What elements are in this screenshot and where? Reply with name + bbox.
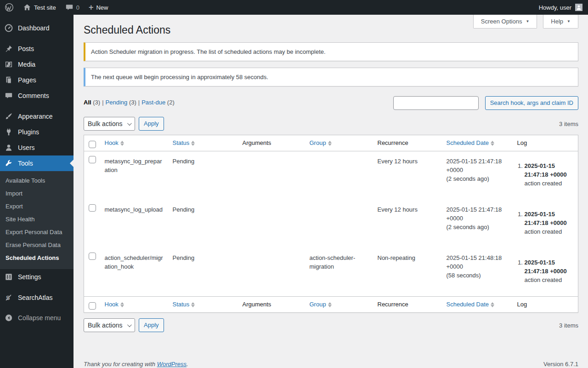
users-icon (4, 143, 13, 152)
column-header-arguments: Arguments (243, 301, 271, 308)
filter-past-due-label[interactable]: Past-due (141, 99, 165, 106)
submenu-item-available-tools[interactable]: Available Tools (0, 174, 74, 187)
sidebar-item-label: Media (18, 60, 35, 69)
select-all-checkbox[interactable] (89, 141, 96, 148)
bulk-actions-selected-value: Bulk actions (88, 120, 122, 127)
sidebar-item-settings[interactable]: Settings (0, 269, 74, 285)
apply-button[interactable]: Apply (139, 318, 164, 332)
sidebar-item-pages[interactable]: Pages (0, 72, 74, 88)
column-label: Hook (105, 300, 119, 309)
screen-options-label: Screen Options (481, 18, 522, 25)
footer-version: Version 6.7.1 (543, 361, 578, 368)
sidebar-item-plugins[interactable]: Plugins (0, 124, 74, 140)
cell-status: Pending (168, 151, 238, 200)
row-checkbox[interactable] (89, 204, 96, 212)
filter-past-due[interactable]: Past-due (2) (141, 99, 175, 106)
notice-text: The next queue will begin processing in … (91, 74, 572, 80)
tools-icon (4, 159, 13, 168)
sort-icon (491, 302, 494, 307)
items-count: 3 items (559, 322, 578, 329)
table-header-row: Hook Status Arguments Group Recurrence S… (84, 135, 578, 151)
footer-thanks-text: Thank you for creating with (84, 361, 157, 368)
log-entry: 2025-01-15 21:47:18 +0000action created (525, 161, 574, 188)
table-row: action_scheduler/migration_hook Pending … (84, 248, 578, 297)
cell-scheduled-date: 2025-01-15 21:48:18 +0000(58 seconds) (442, 248, 513, 297)
screen-options-button[interactable]: Screen Options ▼ (473, 15, 537, 29)
sidebar-item-appearance[interactable]: Appearance (0, 109, 74, 124)
column-header-scheduled-date[interactable]: Scheduled Date (447, 300, 495, 309)
comments-icon (4, 91, 13, 100)
submenu-item-export-personal-data[interactable]: Export Personal Data (0, 226, 74, 239)
column-header-group[interactable]: Group (310, 139, 332, 147)
sidebar-item-users[interactable]: Users (0, 140, 74, 155)
new-content-menu[interactable]: + New (84, 0, 113, 15)
submenu-item-scheduled-actions[interactable]: Scheduled Actions (0, 252, 74, 264)
sort-icon (191, 141, 195, 146)
row-checkbox[interactable] (89, 156, 96, 163)
log-text: action created (525, 276, 562, 283)
column-header-status[interactable]: Status (173, 300, 195, 309)
table-footer-row: Hook Status Arguments Group Recurrence S… (84, 297, 578, 313)
cell-status: Pending (168, 248, 238, 297)
bulk-actions-select[interactable]: Bulk actions (84, 117, 135, 131)
avatar (575, 4, 582, 11)
submenu-item-import[interactable]: Import (0, 187, 74, 200)
scheduled-actions-table: Hook Status Arguments Group Recurrence S… (84, 135, 578, 313)
sidebar-item-media[interactable]: Media (0, 57, 74, 72)
search-box: Search hook, args and claim ID (393, 96, 578, 110)
scheduled-ago: (58 seconds) (447, 272, 481, 279)
my-account-menu[interactable]: Howdy, user (533, 0, 588, 15)
scheduled-ago: (2 seconds ago) (447, 175, 489, 182)
log-text: action created (525, 180, 562, 187)
column-header-hook[interactable]: Hook (105, 139, 124, 147)
help-button[interactable]: Help ▼ (543, 15, 578, 29)
column-header-group[interactable]: Group (310, 300, 332, 309)
wordpress-logo-menu[interactable] (0, 0, 18, 15)
admin-bar: Test site 0 + New Howdy, user (0, 0, 588, 15)
column-header-scheduled-date[interactable]: Scheduled Date (447, 139, 495, 147)
sidebar-item-dashboard[interactable]: Dashboard (0, 20, 74, 36)
help-label: Help (551, 18, 563, 25)
tablenav-bottom: Bulk actions Apply 3 items (84, 318, 578, 332)
collapse-menu-button[interactable]: Collapse menu (0, 310, 74, 326)
search-submit-button[interactable]: Search hook, args and claim ID (485, 96, 578, 110)
bulk-actions-select[interactable]: Bulk actions (84, 318, 135, 332)
status-filter-list: All (3)|Pending (3)|Past-due (2) (84, 96, 175, 106)
search-input[interactable] (393, 96, 479, 110)
filter-pending[interactable]: Pending (3) (106, 99, 136, 106)
new-label: New (96, 4, 108, 11)
comments-bubble[interactable]: 0 (61, 0, 84, 15)
sidebar-item-tools[interactable]: Tools (0, 155, 74, 171)
column-label: Status (173, 139, 190, 147)
cell-arguments (238, 248, 305, 297)
sidebar-item-posts[interactable]: Posts (0, 41, 74, 57)
submenu-item-erase-personal-data[interactable]: Erase Personal Data (0, 239, 74, 252)
chevron-down-icon (127, 121, 132, 126)
submenu-item-site-health[interactable]: Site Health (0, 213, 74, 226)
sidebar-item-label: Pages (18, 75, 36, 85)
select-all-checkbox[interactable] (89, 302, 96, 310)
filter-pending-label[interactable]: Pending (106, 99, 128, 106)
column-header-log: Log (517, 301, 527, 308)
submenu-item-export[interactable]: Export (0, 200, 74, 213)
apply-button[interactable]: Apply (139, 117, 164, 131)
filter-all[interactable]: All (3) (84, 99, 100, 106)
row-checkbox[interactable] (89, 253, 96, 260)
current-menu-arrow-icon (70, 160, 74, 167)
settings-icon (4, 272, 13, 282)
sidebar-item-searchatlas[interactable]: S SearchAtlas (0, 290, 74, 305)
chevron-down-icon: ▼ (567, 19, 571, 23)
site-name-link[interactable]: Test site (18, 0, 61, 15)
sidebar-item-comments[interactable]: Comments (0, 88, 74, 104)
cell-arguments (238, 151, 305, 200)
plus-icon: + (89, 3, 94, 12)
filter-all-label[interactable]: All (84, 99, 91, 106)
wordpress-link[interactable]: WordPress (157, 361, 187, 368)
sort-icon (120, 302, 124, 307)
table-row: metasync_log_upload Pending Every 12 hou… (84, 200, 578, 248)
comment-bubble-icon (65, 3, 74, 12)
column-header-hook[interactable]: Hook (105, 300, 124, 309)
column-header-status[interactable]: Status (173, 139, 195, 147)
home-icon (23, 3, 31, 12)
filter-pending-count: (3) (129, 99, 136, 106)
